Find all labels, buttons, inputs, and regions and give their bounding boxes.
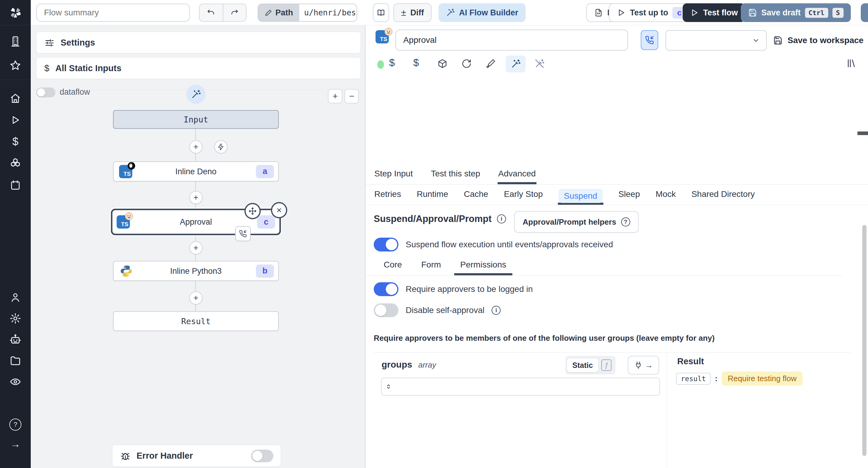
sidebar-item-workspace[interactable] [9, 35, 22, 48]
suspend-heading: Suspend/Approval/Prompt i [374, 213, 506, 224]
home-icon [10, 93, 21, 104]
sidebar-item-favorites[interactable] [9, 59, 22, 72]
library-icon[interactable] [846, 58, 857, 69]
path-value[interactable]: u/henri/bes [299, 4, 356, 21]
calendar-icon [10, 179, 21, 191]
dataflow-toggle[interactable] [36, 87, 56, 97]
sidebar-item-folders[interactable] [9, 354, 22, 367]
static-mode-button[interactable]: Static [567, 358, 598, 372]
sidebar-item-variables[interactable]: $ [9, 136, 22, 148]
zoom-in-button[interactable]: + [328, 89, 342, 104]
variables-icon[interactable]: $ [389, 57, 395, 68]
sidebar-item-resources[interactable] [9, 157, 22, 170]
sidebar-item-schedules[interactable] [9, 179, 22, 192]
tab-shared-directory[interactable]: Shared Directory [691, 189, 755, 205]
tab-core[interactable]: Core [378, 260, 408, 275]
gear-icon [9, 313, 22, 324]
error-handler-toggle[interactable] [251, 449, 273, 462]
insert-step-button[interactable]: + [189, 241, 203, 255]
tab-early-stop[interactable]: Early Stop [503, 189, 544, 205]
tab-test-this-step[interactable]: Test this step [430, 169, 481, 184]
trigger-button[interactable] [214, 140, 227, 153]
groups-array-input[interactable] [381, 378, 660, 396]
tab-mock[interactable]: Mock [655, 189, 676, 205]
tab-suspend[interactable]: Suspend [558, 191, 603, 205]
script-version-select[interactable] [665, 30, 767, 51]
node-input[interactable]: Input [113, 110, 279, 129]
reload-icon[interactable] [461, 59, 472, 69]
approval-helpers-button[interactable]: Approval/Prompt helpers ? [514, 211, 639, 233]
insert-step-button[interactable]: + [189, 191, 203, 204]
flow-summary-input[interactable] [36, 4, 190, 22]
tab-retries[interactable]: Retries [374, 189, 402, 205]
tab-cache[interactable]: Cache [463, 189, 489, 205]
function-mode-button[interactable]: ƒ [601, 359, 612, 371]
node-inline-python[interactable]: Inline Python3 b [113, 261, 279, 281]
ai-wand-button[interactable] [186, 85, 206, 104]
error-handler-card[interactable]: Error Handler [112, 445, 281, 467]
step-name-input[interactable] [396, 30, 628, 51]
wand-off-icon[interactable] [534, 59, 545, 69]
disable-self-approval-toggle[interactable] [374, 303, 398, 317]
approval-phone-indicator[interactable] [235, 226, 251, 241]
save-to-workspace-button[interactable]: Save to workspace [773, 31, 864, 50]
move-step-button[interactable] [244, 203, 261, 219]
baby-approval-icon [384, 27, 393, 36]
test-up-to-button[interactable]: Test up to c [609, 3, 694, 22]
save-draft-button[interactable]: Save draft Ctrl S [741, 3, 851, 22]
resources-icon[interactable]: $ [413, 57, 419, 68]
windmill-logo[interactable] [0, 0, 31, 25]
result-key-chip[interactable]: result [676, 373, 711, 385]
dollar-icon: $ [44, 63, 50, 73]
diff-button[interactable]: ± Diff [393, 3, 432, 22]
ai-flow-builder-button[interactable]: AI Flow Builder [438, 3, 526, 22]
insert-step-button[interactable]: + [189, 291, 203, 304]
insert-step-button[interactable]: + [189, 140, 203, 153]
path-edit-button[interactable]: Path [258, 4, 299, 21]
phone-incoming-icon [239, 230, 247, 238]
ai-assistant-button[interactable] [506, 56, 526, 72]
sidebar-item-audit-logs[interactable] [9, 375, 22, 388]
star-icon [9, 59, 22, 71]
tab-advanced[interactable]: Advanced [498, 169, 536, 184]
sidebar-item-settings[interactable] [9, 312, 22, 325]
editor-h-scrollbar[interactable] [858, 131, 868, 135]
suspend-toggle-row: Suspend flow execution until events/appr… [374, 238, 613, 252]
code-editor[interactable] [366, 72, 868, 165]
sidebar-item-users[interactable] [9, 291, 22, 304]
require-login-toggle[interactable] [374, 282, 398, 296]
tab-permissions[interactable]: Permissions [454, 260, 512, 275]
wand-icon [446, 8, 455, 17]
tab-runtime[interactable]: Runtime [416, 189, 449, 205]
zoom-out-button[interactable]: − [344, 89, 359, 104]
all-static-inputs-button[interactable]: $ All Static Inputs [36, 57, 361, 79]
redo-button[interactable] [223, 4, 246, 21]
sidebar-item-workers[interactable] [9, 333, 22, 346]
tab-step-input[interactable]: Step Input [374, 169, 413, 184]
chevron-down-icon [752, 36, 760, 45]
result-value[interactable]: Require testing flow [722, 372, 803, 386]
delete-step-button[interactable]: × [271, 202, 287, 218]
disable-self-approval-row: Disable self-approval i [374, 303, 501, 317]
sidebar-expand-button[interactable]: → [9, 438, 22, 450]
suspend-toggle[interactable] [374, 238, 398, 252]
tab-form[interactable]: Form [415, 260, 447, 275]
sidebar-item-home[interactable] [9, 92, 22, 105]
format-brush-icon[interactable] [486, 59, 496, 69]
tab-sleep[interactable]: Sleep [618, 189, 641, 205]
sidebar: $ ? → [0, 0, 31, 468]
flow-settings-button[interactable]: Settings [36, 32, 361, 53]
package-icon[interactable] [437, 59, 447, 69]
docs-button[interactable] [373, 3, 389, 22]
sidebar-item-help[interactable]: ? [9, 418, 22, 431]
node-result[interactable]: Result [113, 311, 279, 331]
connect-input-button[interactable]: → [628, 356, 659, 375]
node-inline-deno[interactable]: TS Inline Deno a [113, 161, 279, 181]
panel-scrollbar[interactable] [862, 225, 867, 456]
undo-button[interactable] [199, 4, 223, 21]
flow-graph-panel: Settings $ All Static Inputs dataflow + … [31, 25, 366, 468]
sidebar-item-runs[interactable] [9, 114, 22, 126]
approval-mode-button[interactable] [641, 30, 658, 50]
test-flow-button[interactable]: Test flow [683, 3, 745, 22]
deploy-button-partial[interactable] [861, 3, 868, 22]
